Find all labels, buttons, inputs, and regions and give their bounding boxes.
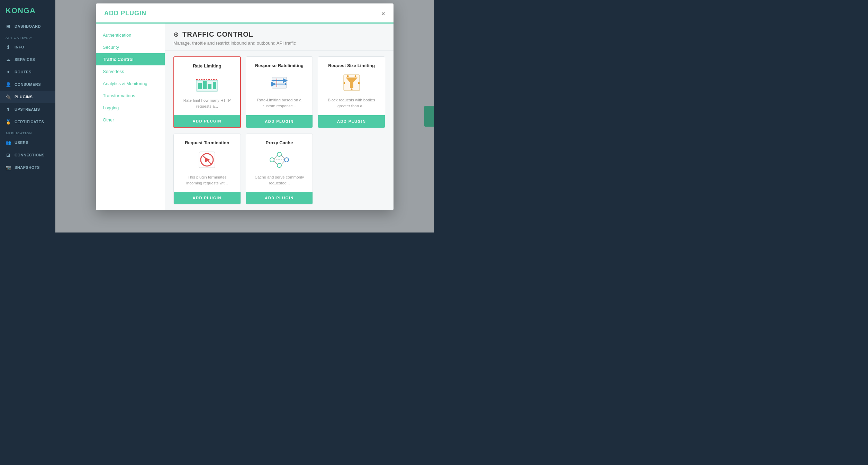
modal-body: Authentication Security Traffic Control … [96, 24, 394, 210]
plugin-grid-bottom: Request Termination This plugin terminat… [165, 134, 394, 210]
add-plugin-modal: ADD PLUGIN × Authentication Security Tra… [96, 3, 394, 210]
svg-rect-1 [198, 83, 202, 89]
sidebar-item-label: SERVICES [15, 57, 35, 62]
sidebar-item-plugins[interactable]: 🔌 PLUGINS [0, 91, 55, 103]
connections-icon: ⊡ [6, 152, 11, 158]
plugin-grid-top: Rate Limiting [165, 51, 394, 134]
plugin-name: Request Termination [185, 140, 229, 145]
add-plugin-button-proxy-cache[interactable]: ADD PLUGIN [246, 192, 313, 204]
main-area: ADD PLUGIN × Authentication Security Tra… [55, 0, 434, 232]
add-plugin-button-request-size-limiting[interactable]: ADD PLUGIN [318, 115, 385, 128]
nav-item-authentication[interactable]: Authentication [96, 29, 165, 41]
plugin-category-nav: Authentication Security Traffic Control … [96, 24, 165, 210]
rate-limiting-icon [195, 73, 219, 93]
plugin-card-proxy-cache[interactable]: Proxy Cache [246, 134, 313, 204]
modal-close-button[interactable]: × [381, 10, 385, 17]
svg-rect-6 [272, 77, 287, 88]
plugin-card-request-termination[interactable]: Request Termination This plugin terminat… [173, 134, 241, 204]
nav-item-analytics-monitoring[interactable]: Analytics & Monitoring [96, 78, 165, 90]
svg-line-27 [274, 155, 277, 159]
svg-point-24 [277, 152, 281, 156]
routes-icon: ✦ [6, 69, 11, 75]
modal-overlay: ADD PLUGIN × Authentication Security Tra… [55, 0, 434, 232]
sidebar-item-label: PLUGINS [15, 95, 33, 99]
svg-point-14 [347, 75, 349, 77]
sidebar-item-label: SNAPSHOTS [15, 165, 40, 170]
users-icon: 👥 [6, 140, 11, 145]
plugin-name: Rate Limiting [193, 63, 221, 69]
modal-title: ADD PLUGIN [104, 10, 146, 17]
certificates-icon: 🏅 [6, 119, 11, 125]
svg-point-25 [277, 163, 281, 167]
sidebar-section-app: APPLICATION [0, 128, 55, 136]
traffic-control-icon: ⊛ [173, 31, 179, 38]
nav-item-traffic-control[interactable]: Traffic Control [96, 53, 165, 65]
consumers-icon: 👤 [6, 82, 11, 87]
plugins-icon: 🔌 [6, 94, 11, 100]
svg-rect-2 [203, 81, 207, 89]
sidebar-item-label: UPSTREAMS [15, 107, 40, 111]
sidebar-item-routes[interactable]: ✦ ROUTES [0, 66, 55, 78]
add-plugin-button-request-termination[interactable]: ADD PLUGIN [174, 192, 241, 204]
sidebar-item-certificates[interactable]: 🏅 CERTIFICATES [0, 116, 55, 128]
sidebar-item-label: CERTIFICATES [15, 120, 44, 124]
sidebar-item-snapshots[interactable]: 📷 SNAPSHOTS [0, 161, 55, 174]
sidebar-item-label: CONSUMERS [15, 82, 41, 86]
sidebar-section-api: API GATEWAY [0, 33, 55, 41]
app-logo: KONGA [0, 0, 55, 20]
svg-point-17 [343, 82, 345, 84]
svg-point-23 [270, 158, 274, 162]
plugin-name: Request Size Limiting [328, 63, 375, 68]
snapshots-icon: 📷 [6, 165, 11, 170]
sidebar-item-dashboard[interactable]: ⊞ DASHBOARD [0, 20, 55, 33]
category-header: ⊛ TRAFFIC CONTROL Manage, throttle and r… [165, 24, 394, 51]
svg-point-15 [354, 75, 356, 77]
upstreams-icon: ⬆ [6, 107, 11, 112]
nav-item-logging[interactable]: Logging [96, 102, 165, 114]
cloud-icon: ☁ [6, 57, 11, 62]
plugin-card-response-ratelimiting[interactable]: Response Ratelimiting [246, 56, 313, 128]
sidebar-item-label: INFO [15, 45, 24, 49]
sidebar-item-label: USERS [15, 140, 28, 145]
svg-point-16 [351, 89, 352, 90]
sidebar-item-upstreams[interactable]: ⬆ UPSTREAMS [0, 103, 55, 116]
sidebar-item-label: ROUTES [15, 70, 31, 74]
sidebar-item-label: CONNECTIONS [15, 153, 45, 157]
svg-rect-3 [208, 84, 211, 89]
svg-line-29 [281, 155, 284, 159]
plugin-name: Response Ratelimiting [255, 63, 304, 68]
plugin-card-rate-limiting[interactable]: Rate Limiting [173, 56, 241, 128]
sidebar: KONGA ⊞ DASHBOARD API GATEWAY ℹ INFO ☁ S… [0, 0, 55, 232]
response-ratelimiting-icon [267, 72, 291, 93]
nav-item-serverless[interactable]: Serverless [96, 65, 165, 78]
svg-line-30 [281, 161, 284, 164]
add-plugin-button-response-ratelimiting[interactable]: ADD PLUGIN [246, 115, 313, 128]
sidebar-item-services[interactable]: ☁ SERVICES [0, 53, 55, 66]
proxy-cache-icon [267, 149, 291, 170]
plugin-content-area: ⊛ TRAFFIC CONTROL Manage, throttle and r… [165, 24, 394, 210]
plugin-name: Proxy Cache [266, 140, 293, 145]
sidebar-item-info[interactable]: ℹ INFO [0, 41, 55, 53]
nav-item-transformations[interactable]: Transformations [96, 90, 165, 102]
sidebar-item-label: DASHBOARD [15, 24, 41, 28]
plugin-description: Rate-Limiting based on a custom response… [252, 97, 307, 110]
request-size-limiting-icon [340, 72, 364, 93]
sidebar-item-connections[interactable]: ⊡ CONNECTIONS [0, 149, 55, 161]
sidebar-item-consumers[interactable]: 👤 CONSUMERS [0, 78, 55, 91]
svg-point-18 [358, 82, 360, 84]
svg-point-26 [284, 158, 289, 162]
sidebar-item-users[interactable]: 👥 USERS [0, 136, 55, 149]
modal-header: ADD PLUGIN × [96, 3, 394, 24]
plugin-card-request-size-limiting[interactable]: Request Size Limiting [318, 56, 385, 128]
plugin-description: Cache and serve commonly requested... [252, 174, 307, 187]
nav-item-other[interactable]: Other [96, 114, 165, 126]
add-plugin-button-rate-limiting[interactable]: ADD PLUGIN [174, 115, 240, 127]
category-title: ⊛ TRAFFIC CONTROL [173, 30, 385, 38]
plugin-description: Rate-limit how many HTTP requests a... [180, 98, 235, 110]
svg-line-28 [274, 161, 277, 164]
plugin-description: This plugin terminates incoming requests… [179, 174, 235, 187]
request-termination-icon [195, 149, 219, 170]
plugin-description: Block requests with bodies greater than … [324, 97, 379, 110]
dashboard-icon: ⊞ [6, 24, 11, 29]
nav-item-security[interactable]: Security [96, 41, 165, 53]
